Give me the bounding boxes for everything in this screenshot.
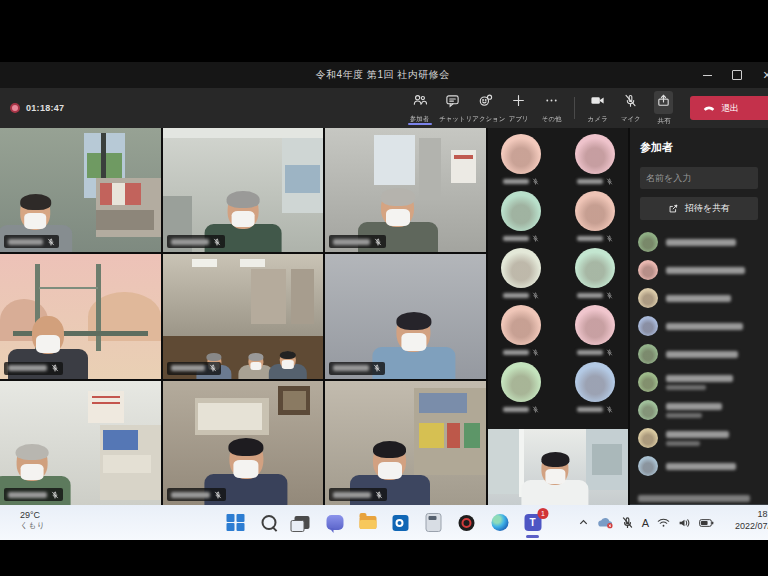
blurred-name (171, 365, 205, 371)
search-input[interactable] (640, 167, 758, 189)
participant-avatar (575, 305, 615, 345)
video-tile[interactable] (325, 381, 486, 505)
audio-participant[interactable] (564, 305, 626, 356)
scene-detail (96, 264, 101, 351)
device-button-share[interactable]: 共有 (647, 88, 680, 128)
self-video-tile[interactable] (488, 429, 628, 505)
taskbar-app-edge[interactable] (488, 511, 512, 535)
tray-onedrive-icon[interactable] (597, 517, 613, 529)
toolbar-tab-label: リアクション (466, 114, 506, 123)
scene-detail (96, 210, 154, 230)
taskbar-app-explorer[interactable] (356, 511, 380, 535)
tray-battery-icon[interactable] (699, 518, 714, 528)
taskbar-app-teams[interactable]: T1 (521, 511, 545, 535)
face-mask (282, 360, 294, 368)
blurred-name (577, 236, 603, 241)
blurred-name (171, 492, 211, 498)
participant-row[interactable] (630, 340, 768, 368)
taskbar-app-taskview[interactable] (290, 511, 314, 535)
calculator-icon (426, 513, 442, 532)
video-tile[interactable] (0, 254, 161, 378)
audio-participant[interactable] (564, 134, 626, 185)
participant-name-pill (4, 235, 59, 248)
audio-participant[interactable] (490, 362, 552, 413)
recording-icon (10, 103, 20, 113)
toolbar-divider (574, 97, 575, 119)
tray-ime-indicator[interactable]: A (642, 517, 649, 529)
device-button-mic-off[interactable]: マイク (614, 88, 647, 128)
participant-row[interactable] (630, 368, 768, 396)
audio-participant[interactable] (564, 191, 626, 242)
minimize-button[interactable] (692, 62, 722, 88)
audio-participant[interactable] (564, 362, 626, 413)
tray-chevron-icon[interactable] (578, 517, 589, 528)
scene-detail (198, 403, 262, 430)
participant-name (666, 239, 736, 246)
muted-mic-icon (532, 292, 539, 299)
device-button-camera[interactable]: カメラ (581, 88, 614, 128)
video-tile[interactable] (325, 254, 486, 378)
mic-off-icon (623, 93, 638, 112)
participant-row[interactable] (630, 452, 768, 480)
video-tile[interactable] (0, 128, 161, 252)
participant-name-pill (4, 488, 63, 501)
participant-row[interactable] (630, 424, 768, 452)
scene-detail (285, 165, 320, 192)
active-tab-underline (408, 123, 432, 125)
audio-participant[interactable] (564, 248, 626, 299)
scene-detail (488, 429, 519, 494)
hair (207, 353, 222, 361)
maximize-button[interactable] (722, 62, 752, 88)
participant-name-pill (329, 488, 386, 501)
tray-volume-icon[interactable] (678, 517, 691, 529)
video-tile[interactable] (163, 381, 324, 505)
video-tile[interactable] (163, 128, 324, 252)
audio-participant[interactable] (490, 248, 552, 299)
participant-avatar (501, 134, 541, 174)
muted-mic-icon (47, 238, 55, 246)
audio-participant[interactable] (490, 305, 552, 356)
leave-button[interactable]: 退出 (690, 96, 768, 120)
taskbar-weather-widget[interactable]: 29°C くもり (20, 510, 45, 531)
face-mask (24, 213, 46, 229)
toolbar-tab-people[interactable]: 参加者 (403, 88, 436, 128)
taskbar-app-start[interactable] (224, 511, 248, 535)
blurred-name (577, 350, 603, 355)
taskbar-app-shield[interactable] (455, 511, 479, 535)
video-tile[interactable] (163, 254, 324, 378)
toolbar-tab-ellipsis[interactable]: その他 (535, 88, 568, 128)
tray-mic-off-icon[interactable] (621, 516, 634, 529)
scene-detail (291, 269, 313, 324)
taskbar-app-calculator[interactable] (422, 511, 446, 535)
share-invite-button[interactable]: 招待を共有 (640, 197, 758, 220)
taskbar-app-chat[interactable] (323, 511, 347, 535)
participant-row[interactable] (630, 256, 768, 284)
self-video[interactable] (488, 429, 628, 505)
avatar-grid (488, 134, 628, 413)
audio-participant[interactable] (490, 134, 552, 185)
participant-row[interactable] (630, 396, 768, 424)
scene-detail (103, 455, 151, 472)
tray-wifi-icon[interactable] (657, 517, 670, 528)
close-button[interactable]: ✕ (752, 62, 768, 88)
taskbar-clock[interactable]: 18:54 2022/07/25 (735, 509, 768, 532)
video-tile[interactable] (325, 128, 486, 252)
outlook-icon (393, 515, 409, 531)
participant-row[interactable] (630, 228, 768, 256)
share-icon (654, 91, 673, 114)
participant-row[interactable] (630, 284, 768, 312)
participant-row[interactable] (630, 312, 768, 340)
muted-mic-icon (51, 364, 59, 372)
audio-participant[interactable] (490, 191, 552, 242)
avatar-name-row (577, 178, 613, 185)
avatar-name-row (503, 178, 539, 185)
video-tile[interactable] (0, 381, 161, 505)
taskbar-app-outlook[interactable] (389, 511, 413, 535)
taskbar-app-search[interactable] (257, 511, 281, 535)
share-invite-label: 招待を共有 (685, 202, 730, 215)
participant-name (666, 267, 745, 274)
toolbar-tab-reaction[interactable]: リアクション (469, 88, 502, 128)
toolbar-tab-plus[interactable]: アプリ (502, 88, 535, 128)
face-mask (251, 362, 262, 370)
toolbar-tab-chat[interactable]: チャット (436, 88, 469, 128)
